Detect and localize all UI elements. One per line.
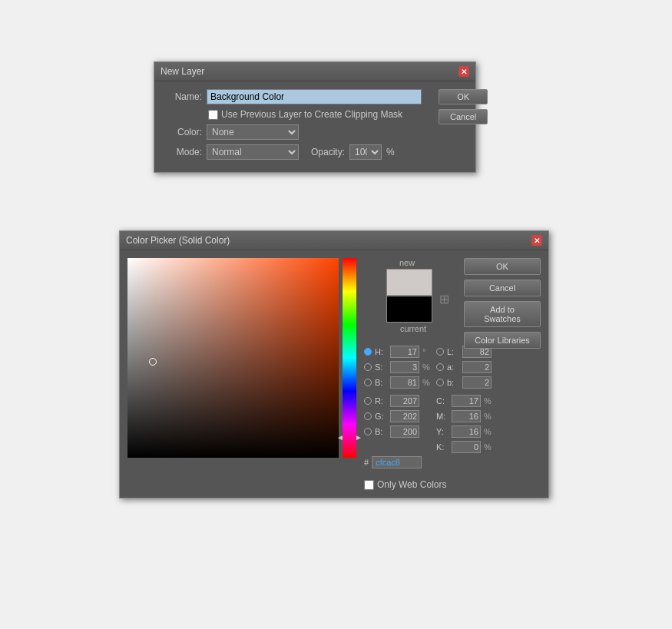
- h-input[interactable]: [390, 346, 419, 358]
- new-layer-close-button[interactable]: ✕: [458, 66, 469, 77]
- new-layer-title: New Layer: [161, 66, 204, 77]
- new-label: new: [399, 258, 415, 267]
- opacity-select[interactable]: 100: [349, 144, 382, 160]
- b-row: B: %: [364, 376, 430, 389]
- g-label: G:: [375, 412, 387, 421]
- cp-cancel-button[interactable]: Cancel: [464, 280, 541, 296]
- b2-radio[interactable]: [364, 428, 372, 435]
- hsb-lab-section: H: ° S: % B:: [364, 346, 456, 453]
- m-label: M:: [436, 412, 449, 421]
- hue-arrow-left-icon: ◄: [336, 433, 344, 442]
- g-radio[interactable]: [364, 412, 372, 420]
- ok-button[interactable]: OK: [439, 89, 488, 104]
- name-input[interactable]: [207, 89, 422, 104]
- mode-row: Mode: Normal Dissolve Multiply Opacity: …: [164, 144, 422, 160]
- new-layer-titlebar: New Layer ✕: [154, 62, 475, 81]
- s-input[interactable]: [390, 361, 419, 373]
- color-picker-dialog: Color Picker (Solid Color) ✕ ◄ ► new ⊞: [119, 230, 549, 498]
- s-row: S: %: [364, 361, 430, 373]
- color-picker-titlebar: Color Picker (Solid Color) ✕: [120, 231, 548, 250]
- y-label: Y:: [436, 427, 449, 436]
- mode-label: Mode:: [164, 147, 202, 157]
- opacity-label: Opacity:: [311, 147, 345, 157]
- clipping-mask-label: Use Previous Layer to Create Clipping Ma…: [221, 109, 402, 120]
- h-radio[interactable]: [364, 348, 372, 356]
- clipping-mask-checkbox[interactable]: [208, 110, 218, 120]
- b-unit: %: [422, 378, 430, 387]
- opacity-unit: %: [386, 147, 395, 157]
- a-radio[interactable]: [436, 363, 444, 371]
- color-circle-indicator: [149, 358, 157, 366]
- l-label: L:: [447, 347, 459, 356]
- mode-select[interactable]: Normal Dissolve Multiply: [207, 144, 299, 160]
- h-label: H:: [375, 347, 387, 356]
- hex-row: #: [364, 456, 456, 468]
- color-fields-section: H: ° S: % B:: [364, 346, 456, 468]
- s-unit: %: [422, 363, 430, 372]
- hue-slider[interactable]: [343, 258, 356, 458]
- color-picker-buttons: OK Cancel Add to Swatches Color Librarie…: [464, 258, 541, 490]
- current-label: current: [400, 324, 426, 333]
- only-web-checkbox[interactable]: [364, 480, 374, 490]
- color-select[interactable]: None Red Orange Yellow Green Blue Violet…: [207, 124, 299, 140]
- hex-label: #: [364, 458, 369, 467]
- hue-arrow-right-icon: ►: [355, 433, 362, 442]
- h-unit: °: [422, 347, 430, 356]
- r-label: R:: [375, 396, 387, 406]
- new-layer-buttons: OK Cancel: [439, 89, 488, 164]
- h-row: H: °: [364, 346, 430, 358]
- only-web-colors-row: Only Web Colors: [364, 479, 456, 490]
- b-input[interactable]: [390, 376, 419, 389]
- b3-label: b:: [447, 378, 459, 387]
- current-color-swatch: [386, 296, 432, 323]
- color-row: Color: None Red Orange Yellow Green Blue…: [164, 124, 422, 140]
- b2-input[interactable]: [390, 425, 419, 438]
- new-layer-body: Name: Use Previous Layer to Create Clipp…: [154, 81, 475, 172]
- b2-row: B:: [364, 425, 430, 438]
- s-radio[interactable]: [364, 363, 372, 371]
- add-to-swatches-button[interactable]: Add to Swatches: [464, 301, 541, 327]
- name-row: Name:: [164, 89, 422, 104]
- cp-ok-button[interactable]: OK: [464, 258, 541, 275]
- g-row: G:: [364, 410, 430, 422]
- web-colors-icon[interactable]: ⊞: [439, 292, 449, 306]
- b-label: B:: [375, 378, 387, 387]
- hsb-rgb-fields: H: ° S: % B:: [364, 346, 430, 453]
- r-row: R:: [364, 395, 430, 407]
- new-layer-dialog: New Layer ✕ Name: Use Previous Layer to …: [154, 61, 476, 173]
- hex-input[interactable]: [372, 456, 422, 468]
- color-gradient-area: ◄ ►: [127, 258, 356, 490]
- color-square[interactable]: [127, 258, 339, 458]
- color-picker-title: Color Picker (Solid Color): [126, 235, 230, 246]
- only-web-label: Only Web Colors: [377, 479, 446, 490]
- c-label: C:: [436, 396, 449, 406]
- color-picker-body: ◄ ► new ⊞ current: [120, 250, 548, 498]
- l-radio[interactable]: [436, 348, 444, 356]
- r-radio[interactable]: [364, 397, 372, 405]
- color-libraries-button[interactable]: Color Libraries: [464, 332, 541, 349]
- b2-label: B:: [375, 427, 387, 436]
- s-label: S:: [375, 363, 387, 372]
- g-input[interactable]: [390, 410, 419, 422]
- b3-radio[interactable]: [436, 379, 444, 386]
- r-input[interactable]: [390, 395, 419, 407]
- name-label: Name:: [164, 91, 202, 102]
- color-preview-area: new ⊞ current H: °: [364, 258, 456, 490]
- clipping-mask-row: Use Previous Layer to Create Clipping Ma…: [208, 109, 422, 120]
- k-label: K:: [436, 442, 449, 452]
- cancel-button[interactable]: Cancel: [439, 109, 488, 124]
- b-radio[interactable]: [364, 379, 372, 386]
- new-color-swatch: [386, 269, 432, 296]
- hue-slider-container: ◄ ►: [343, 258, 356, 458]
- color-picker-close-button[interactable]: ✕: [531, 235, 542, 246]
- a-label: a:: [447, 363, 459, 372]
- color-label: Color:: [164, 127, 202, 137]
